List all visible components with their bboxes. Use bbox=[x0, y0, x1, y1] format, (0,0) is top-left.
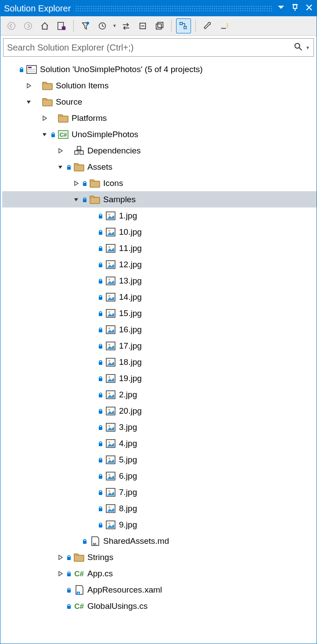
collapse-all-button[interactable] bbox=[135, 18, 150, 33]
lock-icon bbox=[97, 245, 104, 251]
collapse-icon[interactable] bbox=[57, 163, 65, 171]
tree-item[interactable]: 13.jpg bbox=[2, 273, 317, 289]
tree-item[interactable]: Solution 'UnoSimplePhotos' (5 of 4 proje… bbox=[2, 61, 317, 77]
lock-icon bbox=[97, 294, 104, 300]
tree-item[interactable]: Icons bbox=[2, 175, 317, 191]
preview-button[interactable] bbox=[217, 18, 232, 33]
expander-placeholder bbox=[88, 375, 96, 382]
tree-item[interactable]: SharedAssets.md bbox=[2, 533, 317, 549]
lock-icon bbox=[97, 375, 104, 382]
tree-item[interactable]: App.cs bbox=[2, 565, 317, 582]
titlebar-grip[interactable] bbox=[75, 5, 273, 11]
tree-item[interactable]: AppResources.xaml bbox=[2, 582, 317, 598]
tree-item[interactable]: 12.jpg bbox=[2, 256, 317, 273]
folder-icon bbox=[89, 194, 101, 205]
dropdown-caret-icon[interactable]: ▼ bbox=[112, 23, 117, 28]
lock-icon bbox=[81, 180, 88, 186]
search-options-dropdown[interactable]: ▼ bbox=[306, 45, 310, 50]
tree-item-label: GlobalUsings.cs bbox=[87, 601, 148, 611]
tree-item[interactable]: 3.jpg bbox=[2, 419, 317, 435]
expand-icon[interactable] bbox=[25, 82, 33, 90]
tree-item[interactable]: Samples bbox=[2, 191, 317, 207]
image-icon bbox=[105, 308, 116, 319]
tree-item[interactable]: 20.jpg bbox=[2, 403, 317, 419]
tree-item[interactable]: 4.jpg bbox=[2, 435, 317, 451]
expand-icon[interactable] bbox=[57, 553, 65, 561]
search-icon[interactable] bbox=[293, 42, 303, 54]
back-button[interactable] bbox=[4, 18, 19, 33]
tree-item[interactable]: UnoSimplePhotos bbox=[2, 126, 317, 142]
window-menu-icon[interactable] bbox=[277, 4, 285, 14]
pending-changes-filter-button[interactable] bbox=[78, 18, 93, 33]
lock-icon bbox=[81, 538, 88, 544]
image-icon bbox=[105, 357, 116, 368]
search-input[interactable] bbox=[7, 43, 293, 53]
image-icon bbox=[105, 519, 116, 531]
tree-item-label: 14.jpg bbox=[119, 292, 142, 302]
tree-item[interactable]: Solution Items bbox=[2, 77, 317, 94]
tree-item-label: Platforms bbox=[72, 113, 107, 123]
track-active-item-button[interactable] bbox=[176, 18, 191, 33]
expander-placeholder bbox=[88, 277, 96, 285]
tree-item[interactable]: 15.jpg bbox=[2, 305, 317, 321]
expand-icon[interactable] bbox=[57, 570, 65, 578]
expand-icon[interactable] bbox=[41, 114, 49, 122]
tree-item-label: Source bbox=[56, 97, 82, 107]
tree-item[interactable]: 2.jpg bbox=[2, 386, 317, 403]
folder-icon bbox=[89, 178, 101, 189]
tree-item-label: Solution 'UnoSimplePhotos' (5 of 4 proje… bbox=[40, 65, 203, 74]
svg-point-17 bbox=[8, 22, 15, 29]
tree-item[interactable]: Dependencies bbox=[2, 142, 317, 159]
tree-item[interactable]: 19.jpg bbox=[2, 370, 317, 386]
toolbar-separator bbox=[73, 20, 74, 32]
lock-icon bbox=[97, 229, 104, 235]
history-button[interactable] bbox=[95, 18, 110, 33]
tree-item[interactable]: Assets bbox=[2, 159, 317, 175]
close-icon[interactable] bbox=[305, 4, 313, 14]
tree-item[interactable]: GlobalUsings.cs bbox=[2, 598, 317, 614]
properties-button[interactable] bbox=[200, 18, 215, 33]
expand-icon[interactable] bbox=[57, 147, 65, 155]
tree-item[interactable]: Platforms bbox=[2, 110, 317, 126]
md-icon bbox=[89, 535, 101, 547]
search-box[interactable]: ▼ bbox=[3, 38, 314, 57]
collapse-icon[interactable] bbox=[41, 131, 49, 138]
toolbar-separator bbox=[171, 20, 172, 32]
image-icon bbox=[105, 291, 116, 303]
tree-item[interactable]: 11.jpg bbox=[2, 240, 317, 256]
tree-item[interactable]: 5.jpg bbox=[2, 451, 317, 468]
expand-icon[interactable] bbox=[72, 179, 80, 187]
folder-icon bbox=[42, 80, 53, 91]
toolbar-separator bbox=[195, 20, 196, 32]
tree-item-label: 11.jpg bbox=[119, 244, 142, 253]
tree-item[interactable]: 9.jpg bbox=[2, 517, 317, 533]
switch-views-button[interactable] bbox=[54, 18, 69, 33]
folder-icon bbox=[42, 96, 53, 108]
tree-item[interactable]: 16.jpg bbox=[2, 321, 317, 338]
show-all-files-button[interactable] bbox=[152, 18, 167, 33]
tree-item[interactable]: 10.jpg bbox=[2, 224, 317, 240]
tree-item[interactable]: 6.jpg bbox=[2, 468, 317, 484]
collapse-icon[interactable] bbox=[25, 98, 33, 106]
tree-item-label: 17.jpg bbox=[119, 341, 142, 351]
image-icon bbox=[105, 340, 116, 352]
tree-item[interactable]: 8.jpg bbox=[2, 500, 317, 517]
svg-rect-27 bbox=[184, 26, 187, 28]
tree-view[interactable]: Solution 'UnoSimplePhotos' (5 of 4 proje… bbox=[0, 59, 317, 644]
image-icon bbox=[105, 405, 116, 417]
pin-icon[interactable] bbox=[291, 4, 299, 14]
tree-item[interactable]: 1.jpg bbox=[2, 207, 317, 224]
tree-item[interactable]: Source bbox=[2, 94, 317, 110]
sync-button[interactable] bbox=[119, 18, 133, 33]
tree-item[interactable]: 17.jpg bbox=[2, 338, 317, 354]
xaml-icon bbox=[73, 584, 85, 596]
tree-item[interactable]: 14.jpg bbox=[2, 289, 317, 305]
tree-item[interactable]: Strings bbox=[2, 549, 317, 565]
forward-button[interactable] bbox=[21, 18, 36, 33]
collapse-icon[interactable] bbox=[72, 196, 80, 204]
home-button[interactable] bbox=[37, 18, 52, 33]
tree-item[interactable]: 7.jpg bbox=[2, 484, 317, 500]
tree-item-label: 4.jpg bbox=[119, 439, 137, 448]
lock-icon bbox=[97, 522, 104, 528]
tree-item[interactable]: 18.jpg bbox=[2, 354, 317, 370]
